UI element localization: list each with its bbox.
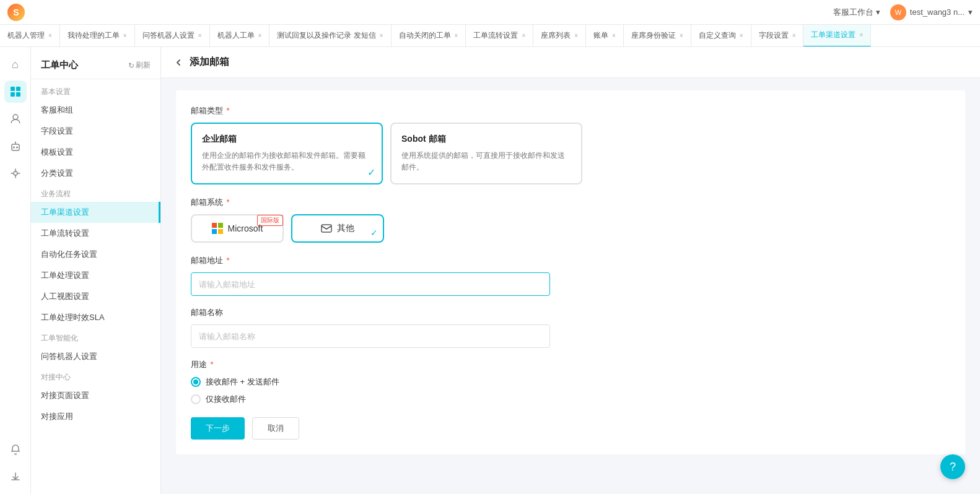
email-address-input[interactable] bbox=[191, 272, 550, 296]
section-basic: 基本设置 bbox=[31, 82, 160, 100]
system-cards: 国际版 Microsoft 其他 ✓ bbox=[191, 214, 950, 243]
type-cards: 企业邮箱 使用企业的邮箱作为接收邮箱和发件邮箱。需要额外配置收件服务和发件服务。… bbox=[191, 123, 950, 184]
tab-account[interactable]: 账单 × bbox=[586, 25, 624, 47]
user-menu[interactable]: W test_wang3 n... ▾ bbox=[890, 4, 973, 20]
next-button[interactable]: 下一步 bbox=[191, 417, 245, 440]
button-row: 下一步 取消 bbox=[191, 417, 950, 440]
sobot-card-desc: 使用系统提供的邮箱，可直接用于接收邮件和发送邮件。 bbox=[401, 150, 571, 173]
sidebar-item-ticket-transfer[interactable]: 工单流转设置 bbox=[31, 223, 160, 244]
tab-seat-auth[interactable]: 座席身份验证 × bbox=[624, 25, 691, 47]
sidebar-item-human-view[interactable]: 人工视图设置 bbox=[31, 286, 160, 307]
tab-close-account[interactable]: × bbox=[612, 32, 616, 39]
form-section: 邮箱类型 * 企业邮箱 使用企业的邮箱作为接收邮箱和发件邮箱。需要额外配置收件服… bbox=[176, 90, 965, 454]
main-layout: ⌂ bbox=[31, 47, 980, 494]
tab-robot-mgmt[interactable]: 机器人管理 × bbox=[0, 25, 60, 47]
sidebar-title: 工单中心 bbox=[41, 59, 78, 71]
mail-system-field: 邮箱系统 * 国际版 Microsoft bbox=[191, 197, 950, 243]
sidebar-item-integration-app[interactable]: 对接应用 bbox=[31, 406, 160, 427]
email-address-label: 邮箱地址 * bbox=[191, 255, 950, 266]
sidebar-item-customer-service[interactable]: 客服和组 bbox=[31, 100, 160, 121]
radio-receive-only bbox=[191, 394, 201, 404]
tab-robot-tasks[interactable]: 机器人工单 × bbox=[210, 25, 270, 47]
tab-close-my-tasks[interactable]: × bbox=[123, 32, 127, 39]
tab-close-robot-tasks[interactable]: × bbox=[258, 32, 262, 39]
other-label: 其他 bbox=[337, 223, 354, 234]
other-check: ✓ bbox=[370, 228, 378, 238]
type-card-sobot[interactable]: Sobot 邮箱 使用系统提供的邮箱，可直接用于接收邮件和发送邮件。 bbox=[390, 123, 582, 184]
sidebar-item-category[interactable]: 分类设置 bbox=[31, 163, 160, 184]
user-chevron: ▾ bbox=[968, 7, 973, 17]
mailbox-type-label: 邮箱类型 * bbox=[191, 105, 950, 116]
refresh-button[interactable]: ↻ 刷新 bbox=[128, 60, 151, 71]
workspace-chevron: ▾ bbox=[876, 7, 880, 17]
usage-radio-group: 接收邮件 + 发送邮件 仅接收邮件 bbox=[191, 376, 950, 405]
sidebar-item-integration-page[interactable]: 对接页面设置 bbox=[31, 385, 160, 406]
email-name-field: 邮箱名称 bbox=[191, 307, 950, 348]
tab-ticket-channel[interactable]: 工单渠道设置 × bbox=[803, 25, 871, 47]
sidebar-item-ticket-process[interactable]: 工单处理设置 bbox=[31, 265, 160, 286]
tab-qa-robot[interactable]: 问答机器人设置 × bbox=[135, 25, 210, 47]
system-card-microsoft[interactable]: 国际版 Microsoft bbox=[191, 214, 284, 243]
sidebar-item-template[interactable]: 模板设置 bbox=[31, 142, 160, 163]
topbar: S 客服工作台 ▾ W test_wang3 n... ▾ bbox=[0, 0, 980, 25]
tab-close-seat-auth[interactable]: × bbox=[680, 32, 683, 39]
system-card-other[interactable]: 其他 ✓ bbox=[291, 214, 384, 243]
tab-close-test-reply[interactable]: × bbox=[380, 32, 383, 39]
tab-test-reply[interactable]: 测试回复以及操作记录 发短信 × bbox=[269, 25, 391, 47]
enterprise-check: ✓ bbox=[367, 167, 375, 178]
tab-my-tasks[interactable]: 我待处理的工单 × bbox=[60, 25, 135, 47]
tab-field-settings[interactable]: 字段设置 × bbox=[751, 25, 804, 47]
svg-rect-10 bbox=[322, 225, 331, 232]
workspace-selector[interactable]: 客服工作台 ▾ bbox=[833, 7, 880, 18]
sidebar-item-sla[interactable]: 工单处理时效SLA bbox=[31, 307, 160, 328]
email-address-field: 邮箱地址 * bbox=[191, 255, 950, 296]
usage-receive-send[interactable]: 接收邮件 + 发送邮件 bbox=[191, 376, 950, 388]
logo: S bbox=[7, 4, 25, 21]
avatar: W bbox=[890, 4, 906, 20]
workspace-label: 客服工作台 bbox=[833, 7, 873, 18]
mail-system-label: 邮箱系统 * bbox=[191, 197, 950, 208]
help-button[interactable]: ? bbox=[940, 454, 965, 479]
ms-logo bbox=[212, 223, 223, 234]
sobot-card-title: Sobot 邮箱 bbox=[401, 134, 571, 145]
page-title: 添加邮箱 bbox=[190, 56, 229, 69]
tab-close-qa-robot[interactable]: × bbox=[198, 32, 202, 39]
tab-seat-list[interactable]: 座席列表 × bbox=[533, 25, 586, 47]
user-name: test_wang3 n... bbox=[910, 7, 965, 17]
sidebar-item-ticket-channel[interactable]: 工单渠道设置 bbox=[31, 202, 160, 223]
radio-receive-send bbox=[191, 377, 201, 387]
usage-label: 用途 * bbox=[191, 359, 950, 370]
tab-auto-close[interactable]: 自动关闭的工单 × bbox=[392, 25, 466, 47]
email-name-input[interactable] bbox=[191, 324, 550, 348]
sidebar-header: 工单中心 ↻ 刷新 bbox=[31, 54, 160, 76]
sidebar-item-qa-robot[interactable]: 问答机器人设置 bbox=[31, 346, 160, 367]
sidebar: 工单中心 ↻ 刷新 基本设置 客服和组 字段设置 模板设置 分类设置 业务流程 … bbox=[31, 47, 161, 494]
cancel-button[interactable]: 取消 bbox=[252, 417, 299, 440]
email-name-label: 邮箱名称 bbox=[191, 307, 950, 318]
tab-close-custom-query[interactable]: × bbox=[740, 32, 743, 39]
type-card-enterprise[interactable]: 企业邮箱 使用企业的邮箱作为接收邮箱和发件邮箱。需要额外配置收件服务和发件服务。… bbox=[191, 123, 383, 184]
tab-close-ticket-transfer[interactable]: × bbox=[522, 32, 525, 39]
envelope-icon bbox=[321, 224, 332, 233]
section-integration: 对接中心 bbox=[31, 367, 160, 385]
sidebar-item-field-settings[interactable]: 字段设置 bbox=[31, 121, 160, 142]
tab-close-auto-close[interactable]: × bbox=[455, 32, 458, 39]
international-badge: 国际版 bbox=[257, 215, 283, 226]
usage-receive-only[interactable]: 仅接收邮件 bbox=[191, 394, 950, 405]
back-button[interactable] bbox=[173, 58, 183, 67]
tab-close-seat-list[interactable]: × bbox=[574, 32, 578, 39]
topbar-right: 客服工作台 ▾ W test_wang3 n... ▾ bbox=[833, 4, 973, 20]
enterprise-card-title: 企业邮箱 bbox=[202, 134, 372, 145]
tab-close-ticket-channel[interactable]: × bbox=[859, 32, 863, 38]
tab-close-robot-mgmt[interactable]: × bbox=[48, 32, 52, 39]
tab-close-field-settings[interactable]: × bbox=[792, 32, 796, 39]
section-workflow: 业务流程 bbox=[31, 184, 160, 202]
page-header: 添加邮箱 bbox=[161, 47, 980, 78]
tab-custom-query[interactable]: 自定义查询 × bbox=[691, 25, 751, 47]
sidebar-item-auto-task[interactable]: 自动化任务设置 bbox=[31, 244, 160, 265]
usage-field: 用途 * 接收邮件 + 发送邮件 仅接收邮件 bbox=[191, 359, 950, 405]
mailbox-type-field: 邮箱类型 * 企业邮箱 使用企业的邮箱作为接收邮箱和发件邮箱。需要额外配置收件服… bbox=[191, 105, 950, 184]
section-ai: 工单智能化 bbox=[31, 328, 160, 346]
tab-ticket-transfer[interactable]: 工单流转设置 × bbox=[466, 25, 533, 47]
main-content: 添加邮箱 邮箱类型 * 企业邮箱 使用企业的邮箱作为接收邮箱和发件邮箱。需要额外… bbox=[161, 47, 980, 494]
